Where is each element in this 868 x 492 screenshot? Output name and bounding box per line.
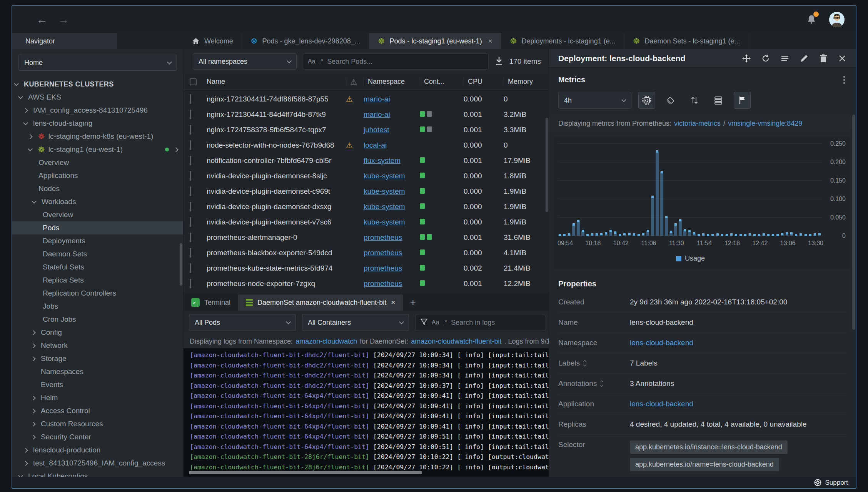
pod-row[interactable]: prometheus-kube-state-metrics-5fd974prom…: [184, 261, 549, 276]
add-tab-button[interactable]: +: [403, 294, 423, 311]
row-checkbox[interactable]: [190, 94, 191, 104]
logs-search-input[interactable]: [451, 319, 540, 327]
chevron-right-icon[interactable]: [32, 344, 41, 347]
sort-toggle-icon[interactable]: [601, 381, 603, 386]
tree-item-replica-sets[interactable]: Replica Sets: [12, 274, 183, 287]
tree-item-nodes[interactable]: Nodes: [12, 182, 183, 195]
row-checkbox[interactable]: [190, 171, 191, 181]
pod-row[interactable]: nginx-1721304411-84d4ff7d4b-87tk9mario-a…: [184, 107, 549, 122]
tree-item-kubernetes-clusters[interactable]: KUBERNETES CLUSTERS: [12, 78, 183, 91]
pod-row[interactable]: prometheus-blackbox-exporter-549dcdprome…: [184, 245, 549, 261]
namespace-link[interactable]: prometheus: [364, 233, 402, 242]
row-checkbox[interactable]: [190, 248, 191, 258]
logs-horizontal-scrollbar[interactable]: [189, 471, 422, 474]
tree-item-stateful-sets[interactable]: Stateful Sets: [12, 261, 183, 274]
memory-metric-toggle[interactable]: [662, 92, 679, 109]
cpu-metric-toggle[interactable]: [638, 92, 655, 109]
dock-tab-terminal[interactable]: >_Terminal: [184, 294, 238, 311]
flag-icon[interactable]: [734, 92, 751, 109]
match-case-icon[interactable]: Aa: [308, 58, 315, 65]
tree-item-test-841310725496-iam-config-access[interactable]: test_841310725496_IAM_config_access: [12, 457, 183, 470]
context-selector[interactable]: Home: [18, 55, 177, 71]
refresh-icon[interactable]: [761, 54, 770, 63]
pod-row[interactable]: nginx-1724758378-5fb6f5847c-tqpx7juhotes…: [184, 122, 549, 138]
tree-item-security-center[interactable]: Security Center: [12, 430, 183, 444]
chevron-right-icon[interactable]: [32, 357, 41, 361]
namespace-link[interactable]: kube-system: [364, 187, 405, 196]
pod-row[interactable]: notification-controller-7bfbfd6479-cbl5r…: [184, 153, 549, 168]
column-header-memory[interactable]: Memory: [504, 78, 549, 86]
warning-column-icon[interactable]: ⚠: [350, 77, 357, 86]
tree-item-lc-staging-demo-k8s-eu-west-1[interactable]: ☸lc-staging-demo-k8s (eu-west-1): [12, 130, 183, 143]
chevron-right-icon[interactable]: [32, 422, 41, 426]
namespace-link[interactable]: flux-system: [364, 156, 401, 165]
tab-pods-lc-staging1-eu-west-1[interactable]: ☸Pods - lc-staging1 (eu-west-1)×: [369, 33, 501, 49]
tree-item-pods[interactable]: Pods: [12, 221, 183, 234]
metrics-provider-link[interactable]: victoria-metrics: [674, 120, 721, 128]
detach-icon[interactable]: [742, 54, 751, 63]
sidebar-scrollbar[interactable]: [180, 243, 182, 286]
column-header-containers[interactable]: Cont...: [420, 78, 464, 86]
chevron-down-icon[interactable]: [24, 123, 33, 125]
pod-row[interactable]: nvidia-device-plugin-daemonset-8sljckube…: [184, 168, 549, 184]
download-icon[interactable]: [495, 56, 503, 67]
menu-icon[interactable]: [780, 54, 790, 63]
tab-welcome[interactable]: Welcome: [184, 33, 242, 49]
tree-item-deployments[interactable]: Deployments: [12, 234, 183, 248]
namespace-link[interactable]: kube-system: [364, 218, 405, 226]
row-checkbox[interactable]: [190, 263, 191, 273]
chevron-down-icon[interactable]: [19, 475, 28, 477]
tab-deployments-lc-staging1-e[interactable]: ☸Deployments - lc-staging1 (e...: [501, 33, 624, 49]
tree-item-local-kubeconfigs[interactable]: Local Kubeconfigs: [12, 470, 183, 477]
drawer-scrollbar[interactable]: [852, 115, 855, 330]
tree-item-access-control[interactable]: Access Control: [12, 404, 183, 417]
regex-icon[interactable]: .*: [319, 58, 324, 65]
row-checkbox[interactable]: [190, 202, 191, 211]
container-filter-select[interactable]: All Containers: [302, 314, 409, 331]
chevron-right-icon[interactable]: [32, 396, 41, 400]
select-all-checkbox[interactable]: [190, 78, 197, 85]
tree-item-applications[interactable]: Applications: [12, 169, 183, 182]
user-avatar[interactable]: [829, 12, 845, 28]
chevron-right-icon[interactable]: [32, 331, 41, 334]
edit-icon[interactable]: [800, 54, 809, 63]
logs-daemonset-link[interactable]: amazon-cloudwatch-fluent-bit: [411, 337, 501, 346]
property-value[interactable]: lens-cloud-backend: [630, 339, 846, 347]
tree-item-iam-config-access-841310725496[interactable]: IAM_config_access-841310725496: [12, 104, 183, 117]
close-tab-icon[interactable]: ×: [488, 37, 492, 45]
pod-row[interactable]: nginx-1721304411-74df86f588-87p55⚠mario-…: [184, 91, 549, 107]
forward-icon[interactable]: →: [58, 14, 69, 25]
property-value[interactable]: lens-cloud-backend: [630, 400, 846, 408]
pod-filter-select[interactable]: All Pods: [189, 314, 296, 331]
namespace-link[interactable]: prometheus: [364, 279, 402, 288]
pods-table-scrollbar[interactable]: [546, 118, 548, 212]
back-icon[interactable]: ←: [36, 14, 48, 25]
logs-namespace-link[interactable]: amazon-cloudwatch: [295, 337, 357, 346]
namespace-link[interactable]: prometheus: [364, 249, 402, 257]
namespace-filter-select[interactable]: All namespaces: [193, 53, 297, 70]
kebab-menu-icon[interactable]: [843, 76, 846, 84]
tree-item-cron-jobs[interactable]: Cron Jobs: [12, 313, 183, 326]
tree-item-aws-eks[interactable]: AWS EKS: [12, 91, 183, 104]
row-checkbox[interactable]: [190, 140, 191, 150]
regex-icon[interactable]: .*: [443, 319, 447, 326]
column-header-namespace[interactable]: Namespace: [364, 78, 420, 86]
row-checkbox[interactable]: [190, 110, 191, 119]
tree-item-custom-resources[interactable]: Custom Resources: [12, 417, 183, 430]
chevron-down-icon[interactable]: [28, 149, 38, 151]
chevron-right-icon[interactable]: [24, 449, 33, 452]
namespace-link[interactable]: kube-system: [364, 203, 405, 211]
filter-funnel-icon[interactable]: [420, 318, 428, 327]
column-header-cpu[interactable]: CPU: [464, 78, 504, 86]
namespace-link[interactable]: kube-system: [364, 172, 405, 180]
row-checkbox[interactable]: [190, 279, 191, 288]
chevron-right-icon[interactable]: [24, 462, 33, 465]
tree-item-helm[interactable]: Helm: [12, 391, 183, 404]
match-case-icon[interactable]: Aa: [432, 319, 439, 326]
tree-item-network[interactable]: Network: [12, 339, 183, 352]
tree-item-lenscloud-production[interactable]: lenscloud-production: [12, 444, 183, 457]
tree-item-replication-controllers[interactable]: Replication Controllers: [12, 287, 183, 300]
chevron-right-icon[interactable]: [28, 135, 38, 138]
notifications-bell-icon[interactable]: [806, 14, 817, 25]
tree-item-daemon-sets[interactable]: Daemon Sets: [12, 248, 183, 261]
